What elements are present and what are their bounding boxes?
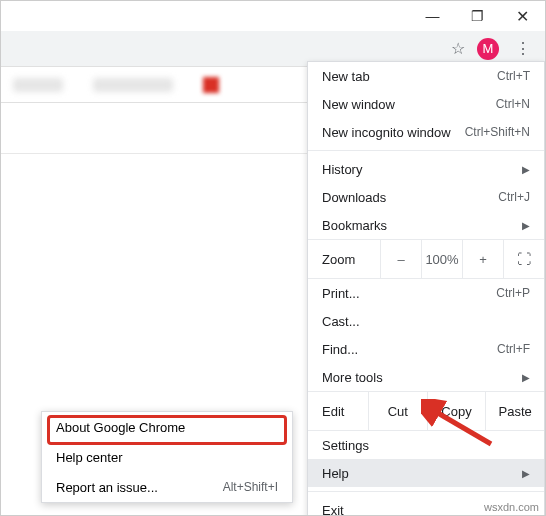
menu-item-help[interactable]: Help▶ [308, 459, 544, 487]
main-menu: New tabCtrl+T New windowCtrl+N New incog… [307, 61, 545, 516]
menu-item-find[interactable]: Find...Ctrl+F [308, 335, 544, 363]
menu-item-new-window[interactable]: New windowCtrl+N [308, 90, 544, 118]
copy-button[interactable]: Copy [427, 392, 486, 430]
submenu-item-about[interactable]: About Google Chrome [42, 412, 292, 442]
chevron-right-icon: ▶ [522, 164, 530, 175]
menu-item-bookmarks[interactable]: Bookmarks▶ [308, 211, 544, 239]
chevron-right-icon: ▶ [522, 220, 530, 231]
menu-item-print[interactable]: Print...Ctrl+P [308, 279, 544, 307]
close-icon: ✕ [516, 7, 529, 26]
edit-label: Edit [308, 404, 368, 419]
label: Downloads [322, 190, 386, 205]
blurred-favicon [203, 77, 219, 93]
label: Report an issue... [56, 480, 158, 495]
window-titlebar: — ❐ ✕ [1, 1, 545, 31]
shortcut: Ctrl+P [496, 286, 530, 300]
chevron-right-icon: ▶ [522, 372, 530, 383]
maximize-icon: ❐ [471, 8, 484, 24]
zoom-label: Zoom [308, 252, 380, 267]
close-button[interactable]: ✕ [500, 1, 545, 31]
label: Cast... [322, 314, 360, 329]
shortcut: Ctrl+N [496, 97, 530, 111]
zoom-in-button[interactable]: + [462, 240, 503, 278]
menu-separator [308, 150, 544, 151]
menu-item-new-tab[interactable]: New tabCtrl+T [308, 62, 544, 90]
maximize-button[interactable]: ❐ [455, 1, 500, 31]
zoom-value: 100% [421, 240, 462, 278]
menu-item-history[interactable]: History▶ [308, 155, 544, 183]
label: Exit [322, 503, 344, 517]
menu-edit-row: Edit Cut Copy Paste [308, 391, 544, 431]
blurred-item [13, 78, 63, 92]
help-submenu: About Google Chrome Help center Report a… [41, 411, 293, 503]
menu-item-more-tools[interactable]: More tools▶ [308, 363, 544, 391]
menu-separator [308, 491, 544, 492]
paste-button[interactable]: Paste [485, 392, 544, 430]
shortcut: Ctrl+Shift+N [465, 125, 530, 139]
label: Find... [322, 342, 358, 357]
label: New window [322, 97, 395, 112]
label: Help center [56, 450, 122, 465]
profile-avatar[interactable]: M [477, 38, 499, 60]
menu-item-new-incognito[interactable]: New incognito windowCtrl+Shift+N [308, 118, 544, 146]
menu-button[interactable]: ⋮ [511, 35, 535, 62]
label: Settings [322, 438, 369, 453]
minimize-button[interactable]: — [410, 1, 455, 31]
label: New tab [322, 69, 370, 84]
blurred-item [93, 78, 173, 92]
menu-item-settings[interactable]: Settings [308, 431, 544, 459]
shortcut: Ctrl+T [497, 69, 530, 83]
shortcut: Ctrl+F [497, 342, 530, 356]
bookmark-star-icon[interactable]: ☆ [451, 39, 465, 58]
cut-button[interactable]: Cut [368, 392, 427, 430]
shortcut: Alt+Shift+I [223, 480, 278, 494]
menu-zoom-row: Zoom – 100% + ⛶ [308, 239, 544, 279]
shortcut: Ctrl+J [498, 190, 530, 204]
fullscreen-button[interactable]: ⛶ [503, 240, 544, 278]
menu-item-cast[interactable]: Cast... [308, 307, 544, 335]
label: History [322, 162, 362, 177]
watermark: wsxdn.com [484, 501, 539, 513]
label: Help [322, 466, 349, 481]
label: More tools [322, 370, 383, 385]
label: Print... [322, 286, 360, 301]
minimize-icon: — [426, 8, 440, 24]
avatar-letter: M [483, 41, 494, 56]
chevron-right-icon: ▶ [522, 468, 530, 479]
menu-item-downloads[interactable]: DownloadsCtrl+J [308, 183, 544, 211]
submenu-item-report[interactable]: Report an issue...Alt+Shift+I [42, 472, 292, 502]
label: Bookmarks [322, 218, 387, 233]
label: About Google Chrome [56, 420, 185, 435]
zoom-out-button[interactable]: – [380, 240, 421, 278]
submenu-item-help-center[interactable]: Help center [42, 442, 292, 472]
label: New incognito window [322, 125, 451, 140]
